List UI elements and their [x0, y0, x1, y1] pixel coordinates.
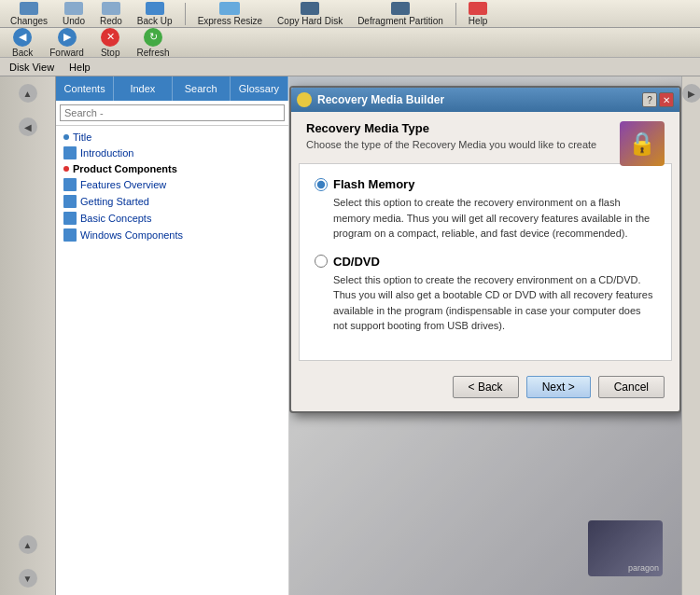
cd-dvd-desc: Select this option to create the recover… [333, 272, 656, 334]
book-icon-5 [63, 228, 77, 242]
dialog-section-desc: Choose the type of the Recovery Media yo… [306, 139, 665, 150]
help-nav-tabs: Contents Index Search Glossary [56, 76, 288, 101]
undo-button[interactable]: Undo [56, 0, 91, 29]
left-sidebar: ▲ ◀ ▲ ▼ [0, 76, 56, 595]
stop-icon: ✕ [101, 28, 119, 47]
express-resize-button[interactable]: Express Resize [191, 0, 269, 29]
refresh-icon: ↻ [144, 28, 162, 47]
dialog-close-button[interactable]: ✕ [659, 92, 674, 107]
book-icon-4 [63, 212, 77, 225]
tree-item-getting-started[interactable]: Getting Started [60, 193, 285, 210]
back-button[interactable]: ◀ Back [4, 25, 41, 61]
disk-view-menu[interactable]: Disk View [2, 60, 62, 75]
cd-dvd-option: CD/DVD Select this option to create the … [315, 255, 656, 334]
forward-icon: ▶ [58, 28, 77, 47]
back-icon: ◀ [13, 28, 32, 47]
dialog-title-icon [297, 92, 312, 107]
tab-search[interactable]: Search [173, 76, 231, 101]
help-search-input[interactable] [60, 104, 285, 121]
tab-index[interactable]: Index [114, 76, 172, 101]
toolbar-separator-1 [185, 3, 186, 25]
sidebar-collapse-top[interactable]: ▲ [19, 84, 37, 103]
main-layout: ▲ ◀ ▲ ▼ Contents Index Search Glossary T… [0, 76, 700, 595]
tab-glossary[interactable]: Glossary [231, 76, 288, 101]
main-content: Paragon Partition Manager™ 9.5 Professio… [289, 76, 681, 595]
sidebar-expand-bottom[interactable]: ▼ [19, 569, 37, 588]
flash-memory-option: Flash Memory Select this option to creat… [315, 177, 656, 242]
bullet-icon [63, 134, 69, 140]
cancel-button-dialog[interactable]: Cancel [598, 376, 665, 398]
defragment-partition-button[interactable]: Defragment Partition [351, 0, 450, 29]
help-search-bar [56, 101, 288, 126]
help-panel: Contents Index Search Glossary Title Int… [56, 76, 289, 595]
redo-button[interactable]: Redo [93, 0, 129, 29]
toolbar-group-left: Changes Undo Redo Back Up Express Resize… [4, 0, 494, 29]
book-icon [63, 146, 77, 159]
refresh-button[interactable]: ↻ Refresh [129, 25, 178, 61]
changes-button[interactable]: Changes [4, 0, 54, 29]
sidebar-collapse-bottom[interactable]: ▲ [19, 535, 37, 554]
top-toolbar: Changes Undo Redo Back Up Express Resize… [0, 0, 700, 28]
back-button-dialog[interactable]: < Back [453, 376, 519, 398]
tree-item-windows-components[interactable]: Windows Components [60, 227, 285, 243]
dialog-title-text: Recovery Media Builder [317, 93, 642, 106]
toolbar-separator-2 [455, 3, 456, 25]
copy-hard-disk-button[interactable]: Copy Hard Disk [271, 0, 349, 29]
cd-dvd-radio[interactable] [315, 255, 328, 268]
tree-item-product-components[interactable]: Product Components [60, 161, 285, 176]
tab-contents[interactable]: Contents [56, 76, 114, 101]
dialog-titlebar: Recovery Media Builder ? ✕ [291, 88, 679, 112]
tree-item-basic-concepts[interactable]: Basic Concepts [60, 210, 285, 227]
tree-item-introduction[interactable]: Introduction [60, 145, 285, 161]
sidebar-expand-mid[interactable]: ◀ [19, 118, 37, 136]
dialog-window: Recovery Media Builder ? ✕ 🔒 Recovery Me… [289, 86, 681, 413]
help-button[interactable]: Help [462, 0, 495, 29]
help-tree: Title Introduction Product Components Fe… [56, 126, 288, 595]
right-sidebar: ▶ [681, 76, 700, 595]
help-menu[interactable]: Help [62, 60, 98, 75]
cd-dvd-label[interactable]: CD/DVD [315, 255, 656, 269]
book-icon-3 [63, 195, 77, 208]
book-icon-2 [63, 178, 77, 191]
flash-memory-label[interactable]: Flash Memory [315, 177, 656, 191]
dialog-help-button[interactable]: ? [642, 92, 657, 107]
stop-button[interactable]: ✕ Stop [92, 25, 129, 61]
menu-bar: Disk View Help [0, 58, 700, 76]
nav-toolbar: ◀ Back ▶ Forward ✕ Stop ↻ Refresh [0, 28, 700, 58]
flash-memory-radio[interactable] [315, 178, 328, 191]
dialog-overlay: Recovery Media Builder ? ✕ 🔒 Recovery Me… [289, 76, 681, 595]
dialog-body: Flash Memory Select this option to creat… [299, 163, 672, 361]
next-button-dialog[interactable]: Next > [526, 376, 591, 398]
forward-button[interactable]: ▶ Forward [41, 25, 92, 61]
dialog-footer: < Back Next > Cancel [291, 368, 679, 411]
dialog-section-title: Recovery Media Type [306, 121, 665, 135]
bullet-icon-active [63, 166, 69, 172]
tree-item-title[interactable]: Title [60, 130, 285, 145]
right-sidebar-arrow[interactable]: ▶ [682, 84, 701, 103]
tree-item-features-overview[interactable]: Features Overview [60, 176, 285, 193]
dialog-header-icon: 🔒 [620, 121, 665, 166]
backup-button[interactable]: Back Up [131, 0, 179, 29]
dialog-control-buttons: ? ✕ [642, 92, 674, 107]
flash-memory-desc: Select this option to create the recover… [333, 195, 656, 242]
